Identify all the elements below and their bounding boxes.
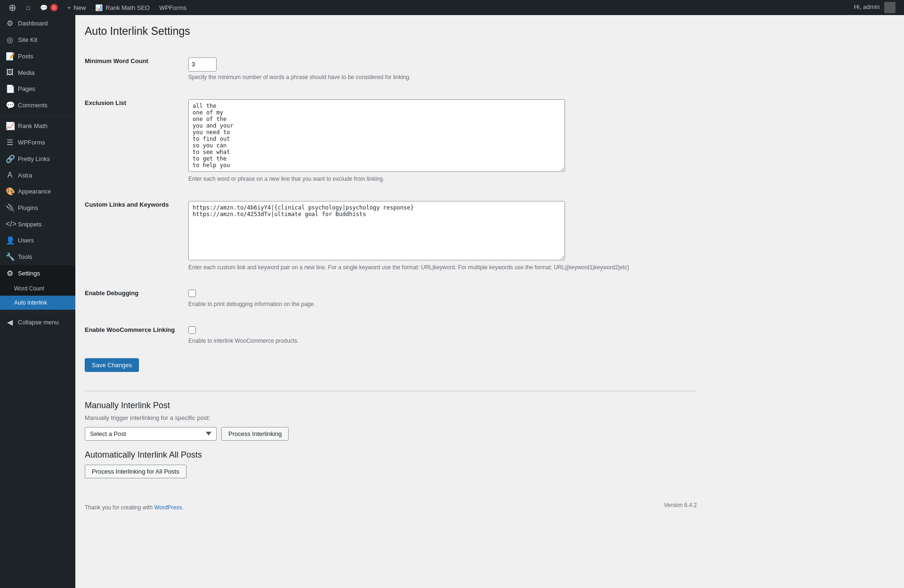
pretty-links-icon: 🔗: [6, 154, 14, 163]
appearance-icon: 🎨: [6, 187, 14, 196]
site-kit-icon: ◎: [6, 35, 14, 44]
astra-icon: A: [6, 171, 14, 179]
sidebar-item-dashboard[interactable]: ⚙Dashboard: [0, 15, 75, 32]
adminbar-home[interactable]: ⌂: [21, 0, 35, 15]
sidebar-item-pages[interactable]: 📄Pages: [0, 81, 75, 97]
adminbar-wp-logo[interactable]: ⊕: [4, 0, 21, 15]
sidebar-item-auto-interlink[interactable]: Auto Interlink: [0, 296, 75, 310]
sidebar-item-word-count[interactable]: Word Count: [0, 282, 75, 296]
enable-woocommerce-label: Enable WooCommerce Linking: [85, 326, 175, 333]
footer-thanks: Thank you for creating with WordPress.: [85, 495, 184, 516]
minimum-word-count-description: Specify the minimum number of words a ph…: [188, 74, 692, 81]
auto-interlink-title: Automatically Interlink All Posts: [85, 450, 697, 460]
users-icon: 👤: [6, 236, 14, 245]
media-icon: 🖼: [6, 68, 14, 77]
enable-debugging-row: Enable Debugging Enable to print debuggi…: [85, 280, 697, 317]
custom-links-label: Custom Links and Keywords: [85, 201, 169, 208]
comment-count-badge: 0: [50, 4, 58, 11]
adminbar-comments[interactable]: 💬 0: [35, 0, 63, 15]
main-content: Auto Interlink Settings Minimum Word Cou…: [75, 15, 904, 588]
process-all-button[interactable]: Process Interlinking for All Posts: [85, 465, 186, 478]
tools-icon: 🔧: [6, 252, 14, 261]
admin-bar: ⊕ ⌂ 💬 0 + New 📊 Rank Math SEO WPForms Hi…: [0, 0, 904, 15]
enable-debugging-label: Enable Debugging: [85, 290, 138, 297]
submit-area: Save Changes: [85, 354, 697, 381]
sidebar: ⚙Dashboard ◎Site Kit 📝Posts 🖼Media 📄Page…: [0, 15, 75, 588]
page-title: Auto Interlink Settings: [85, 24, 697, 39]
sidebar-item-plugins[interactable]: 🔌Plugins: [0, 200, 75, 216]
admin-avatar: [884, 2, 896, 13]
sidebar-item-wpforms[interactable]: ☰WPForms: [0, 134, 75, 151]
exclusion-list-label: Exclusion List: [85, 99, 126, 106]
enable-debugging-description: Enable to print debugging information on…: [188, 301, 692, 307]
adminbar-new-label: New: [73, 4, 86, 11]
sidebar-item-media[interactable]: 🖼Media: [0, 64, 75, 81]
sidebar-item-settings[interactable]: ⚙Settings Word Count Auto Interlink: [0, 265, 75, 310]
sidebar-item-snippets[interactable]: </>Snippets: [0, 216, 75, 232]
adminbar-wpforms-label: WPForms: [159, 4, 186, 11]
exclusion-list-description: Enter each word or phrase on a new line …: [188, 176, 692, 182]
plus-icon: +: [67, 4, 71, 11]
snippets-icon: </>: [6, 220, 14, 228]
exclusion-list-row: Exclusion List all the one of my one of …: [85, 90, 697, 192]
sidebar-item-rank-math[interactable]: 📈Rank Math: [0, 118, 75, 134]
sidebar-item-collapse-menu[interactable]: ◀Collapse menu: [0, 314, 75, 330]
adminbar-wpforms[interactable]: WPForms: [154, 0, 191, 15]
sidebar-item-comments[interactable]: 💬Comments: [0, 97, 75, 113]
select-post-row: Select a Post Process Interlinking: [85, 427, 697, 441]
custom-links-textarea[interactable]: https://amzn.to/4b6iyY4|{clinical psycho…: [188, 201, 565, 260]
minimum-word-count-input[interactable]: [188, 57, 217, 72]
select-post-dropdown[interactable]: Select a Post: [85, 427, 217, 441]
enable-debugging-checkbox[interactable]: [188, 290, 196, 297]
dashboard-icon: ⚙: [6, 19, 14, 28]
adminbar-rank-math[interactable]: 📊 Rank Math SEO: [90, 0, 154, 15]
sidebar-item-astra[interactable]: AAstra: [0, 167, 75, 183]
manually-interlink-section: Manually Interlink Post Manually trigger…: [85, 401, 697, 478]
comments-icon: 💬: [6, 101, 14, 110]
adminbar-new[interactable]: + New: [63, 0, 91, 15]
collapse-icon: ◀: [6, 318, 14, 327]
settings-icon: ⚙: [6, 269, 14, 278]
pages-icon: 📄: [6, 84, 14, 93]
rank-math-sidebar-icon: 📈: [6, 121, 14, 130]
sidebar-item-site-kit[interactable]: ◎Site Kit: [0, 32, 75, 48]
enable-woocommerce-description: Enable to interlink WooCommerce products…: [188, 338, 692, 344]
section-divider: [85, 391, 697, 391]
posts-icon: 📝: [6, 52, 14, 61]
wpforms-sidebar-icon: ☰: [6, 138, 14, 147]
minimum-word-count-row: Minimum Word Count Specify the minimum n…: [85, 48, 697, 90]
settings-form: Minimum Word Count Specify the minimum n…: [85, 48, 697, 354]
enable-woocommerce-checkbox[interactable]: [188, 326, 196, 334]
version-info: Version 6.4.2: [664, 492, 697, 518]
manually-interlink-title: Manually Interlink Post: [85, 401, 697, 411]
sidebar-item-posts[interactable]: 📝Posts: [0, 48, 75, 64]
plugins-icon: 🔌: [6, 203, 14, 212]
custom-links-row: Custom Links and Keywords https://amzn.t…: [85, 192, 697, 280]
process-interlinking-button[interactable]: Process Interlinking: [221, 427, 289, 441]
sidebar-item-appearance[interactable]: 🎨Appearance: [0, 183, 75, 200]
adminbar-rank-math-label: Rank Math SEO: [105, 4, 150, 11]
custom-links-description: Enter each custom link and keyword pair …: [188, 264, 692, 271]
wordpress-link[interactable]: WordPress: [154, 504, 182, 511]
manually-interlink-description: Manually trigger interlinking for a spec…: [85, 414, 697, 421]
exclusion-list-textarea[interactable]: all the one of my one of the you and you…: [188, 99, 565, 172]
sidebar-item-pretty-links[interactable]: 🔗Pretty Links: [0, 151, 75, 167]
sidebar-item-tools[interactable]: 🔧Tools: [0, 249, 75, 265]
sidebar-item-users[interactable]: 👤Users: [0, 232, 75, 249]
save-changes-button[interactable]: Save Changes: [85, 358, 139, 372]
minimum-word-count-label: Minimum Word Count: [85, 57, 148, 64]
enable-woocommerce-row: Enable WooCommerce Linking Enable to int…: [85, 317, 697, 354]
adminbar-greeting[interactable]: Hi, admin: [849, 2, 900, 13]
rank-math-icon: 📊: [95, 4, 103, 11]
